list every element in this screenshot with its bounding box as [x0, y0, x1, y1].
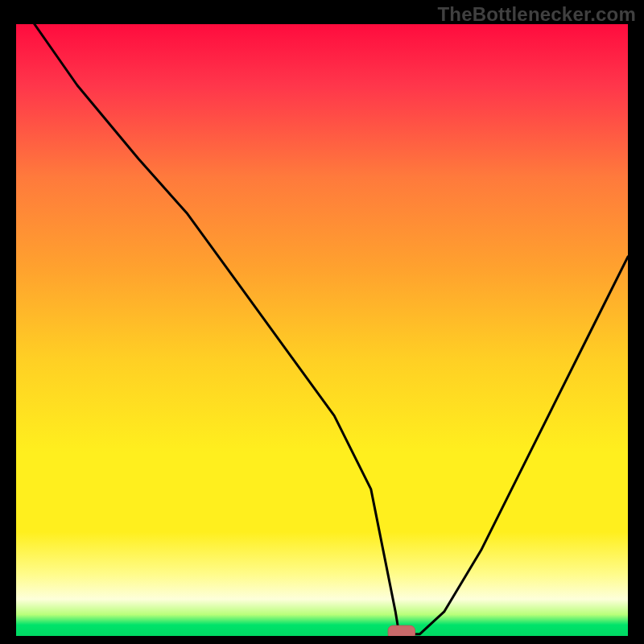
bottleneck-chart-svg: [16, 24, 628, 636]
plot-area: [16, 24, 628, 636]
optimal-point-marker: [388, 625, 415, 636]
gradient-background: [16, 24, 628, 636]
chart-frame: TheBottlenecker.com: [0, 0, 644, 644]
watermark-text: TheBottlenecker.com: [437, 3, 636, 26]
